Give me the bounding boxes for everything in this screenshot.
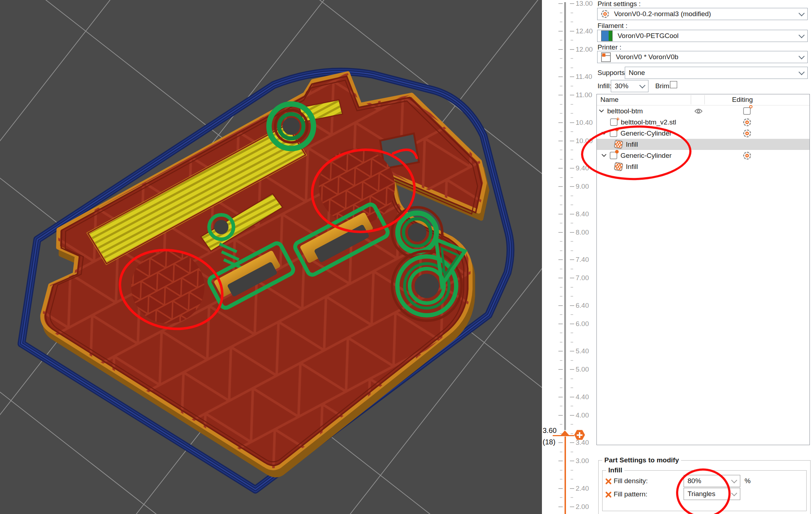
tree-row[interactable]: belttool-btm: [597, 105, 809, 117]
layer-height-label: 8.00: [576, 228, 589, 236]
prusaslicer-window: 13.00 12.40 12.00 11.40 11.00 10.40 10.0…: [0, 0, 812, 514]
fill-density-value: 80%: [688, 477, 732, 485]
column-editing: Editing: [732, 96, 753, 104]
chevron-down-icon: [799, 69, 805, 75]
print-settings-combo[interactable]: VoronV0-0.2-normal3 (modified): [597, 8, 808, 20]
part-settings-title: Part Settings to modify: [602, 456, 681, 464]
gear-icon[interactable]: [743, 152, 751, 160]
layer-slider-rail-below[interactable]: [565, 437, 566, 514]
layer-height-label: 10.40: [576, 119, 593, 127]
tree-row-label: Generic-Cylinder: [620, 129, 672, 137]
chevron-down-icon[interactable]: [601, 154, 606, 157]
dense-infill-patch-left: [131, 250, 204, 324]
fill-density-dropdown[interactable]: 80%: [684, 475, 740, 487]
layer-height-label: 9.00: [576, 183, 589, 190]
gear-icon[interactable]: [743, 129, 751, 137]
filament-combo[interactable]: VoronV0-PETGCool: [597, 30, 808, 42]
layer-height-label: 2.40: [576, 485, 589, 492]
part-settings-group: Part Settings to modify Infill Fill dens…: [598, 460, 811, 514]
tree-row-label: Generic-Cylinder: [620, 152, 672, 160]
print-settings-label: Print settings :: [598, 0, 641, 8]
printer-icon: [601, 52, 611, 62]
fill-pattern-value: Triangles: [688, 490, 732, 498]
tree-row[interactable]: Generic-Cylinder: [597, 150, 809, 161]
fill-pattern-row: Fill pattern:: [605, 490, 647, 498]
infill-icon: [614, 140, 623, 149]
settings-panel: Print settings : VoronV0-0.2-normal3 (mo…: [596, 0, 812, 514]
tree-row[interactable]: Infill: [597, 161, 809, 172]
layer-height-label: 2.00: [576, 503, 589, 511]
tree-row-label: Infill: [626, 163, 638, 171]
current-layer-height: 3.60: [543, 426, 557, 435]
chevron-down-icon: [799, 10, 805, 16]
layer-height-label: 5.40: [576, 347, 589, 355]
filament-label: Filament :: [598, 22, 627, 30]
print-settings-value: VoronV0-0.2-normal3 (modified): [614, 10, 794, 18]
tree-row-label: belttool-btm_v2.stl: [621, 118, 676, 126]
infill-value: 30%: [615, 82, 635, 90]
infill-group-title: Infill: [606, 466, 624, 474]
infill-settings-group: Infill Fill density: 80% % Fill pattern:…: [602, 470, 807, 511]
layer-height-label: 7.00: [576, 274, 589, 282]
chevron-down-icon: [639, 82, 646, 89]
printer-label: Printer :: [598, 43, 622, 51]
brim-checkbox[interactable]: [670, 81, 677, 88]
object-list-header: Name Editing: [597, 94, 809, 105]
eye-icon[interactable]: [694, 108, 703, 114]
layer-height-label: 12.00: [576, 46, 593, 53]
layer-height-label: 11.40: [576, 73, 592, 81]
modifier-part-icon: [610, 152, 617, 159]
tree-row[interactable]: + belttool-btm_v2.stl: [597, 117, 809, 128]
tree-row[interactable]: Infill: [597, 139, 809, 150]
object-settings-icon[interactable]: [743, 107, 751, 115]
layer-height-label: 6.00: [576, 320, 589, 328]
infill-label: Infill:: [598, 82, 612, 90]
fill-pattern-dropdown[interactable]: Triangles: [684, 488, 740, 500]
column-name: Name: [600, 96, 619, 104]
infill-icon: [614, 162, 623, 171]
supports-value: None: [629, 69, 794, 77]
fill-pattern-label: Fill pattern:: [614, 490, 647, 498]
remove-setting-icon[interactable]: [605, 491, 612, 498]
tree-row[interactable]: Generic-Cylinder: [597, 128, 809, 139]
layer-height-label: 10.00: [576, 137, 593, 145]
chevron-down-icon: [731, 477, 737, 484]
gear-icon: [601, 10, 609, 18]
current-layer-number: (18): [543, 438, 556, 446]
layer-slider-rail[interactable]: [564, 2, 566, 430]
layer-height-label: 4.00: [576, 411, 589, 419]
layer-height-label: 5.00: [576, 366, 589, 373]
chevron-down-icon[interactable]: [601, 132, 606, 135]
layer-height-label: 8.40: [576, 210, 589, 218]
tree-row-label: belttool-btm: [607, 107, 643, 115]
remove-setting-icon[interactable]: [605, 478, 612, 484]
tree-row-label: Infill: [626, 141, 638, 148]
supports-combo[interactable]: None: [625, 67, 808, 79]
layer-height-label: 13.00: [576, 0, 593, 8]
viewport-3d[interactable]: [0, 0, 542, 514]
supports-label: Supports:: [598, 69, 627, 77]
layer-height-label: 7.40: [576, 256, 589, 264]
filament-color-icon: [601, 30, 613, 41]
layer-slider[interactable]: 13.00 12.40 12.00 11.40 11.00 10.40 10.0…: [542, 0, 596, 514]
printer-combo[interactable]: VoronV0 * VoronV0b: [597, 51, 808, 63]
chevron-down-icon[interactable]: [599, 109, 604, 113]
layer-height-label: 12.40: [576, 27, 593, 35]
layer-height-label: 6.40: [576, 302, 589, 310]
infill-combo[interactable]: 30%: [611, 80, 648, 92]
layer-height-label: 9.40: [576, 164, 589, 172]
layer-height-label: 3.40: [576, 439, 589, 447]
chevron-down-icon: [731, 490, 737, 496]
layer-height-label: 4.40: [576, 393, 589, 401]
modifier-part-icon: [610, 129, 617, 137]
layer-height-label: 11.00: [576, 91, 592, 99]
current-layer-line: [553, 435, 574, 436]
brim-label: Brim:: [655, 82, 671, 90]
percent-suffix: %: [745, 477, 751, 485]
gear-icon[interactable]: [743, 118, 751, 126]
chevron-down-icon: [799, 53, 805, 60]
chevron-down-icon: [799, 32, 805, 38]
object-list: Name Editing belttool-btm + belttool-btm…: [596, 94, 810, 445]
fill-density-label: Fill density:: [614, 477, 648, 485]
printer-value: VoronV0 * VoronV0b: [616, 53, 794, 61]
